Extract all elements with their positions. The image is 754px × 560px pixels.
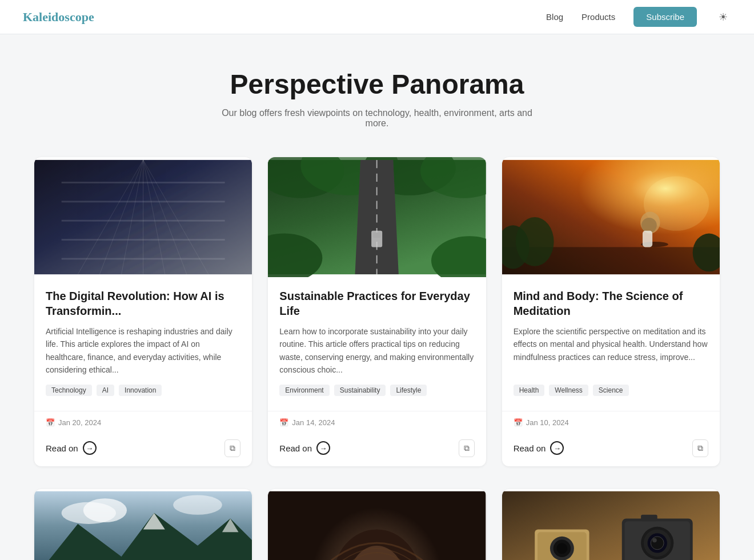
card-3-footer: 📅 Jan 10, 2024 — [502, 411, 720, 434]
svg-rect-33 — [643, 231, 652, 247]
bottom-card-3-image — [502, 489, 720, 560]
read-on-arrow-icon-3: → — [550, 441, 564, 455]
svg-rect-13 — [62, 258, 225, 259]
tag-environment[interactable]: Environment — [279, 385, 329, 396]
svg-rect-10 — [62, 201, 225, 202]
navbar: Kaleidoscope Blog Products Subscribe ☀ — [0, 0, 754, 34]
read-on-button-1[interactable]: Read on → — [46, 441, 97, 455]
card-1-desc: Artificial Intelligence is reshaping ind… — [46, 325, 240, 377]
svg-point-35 — [515, 217, 554, 266]
subscribe-button[interactable]: Subscribe — [633, 7, 697, 27]
svg-point-43 — [83, 498, 127, 522]
card-1: The Digital Revolution: How AI is Transf… — [34, 157, 252, 466]
read-on-button-2[interactable]: Read on → — [279, 441, 330, 455]
site-logo[interactable]: Kaleidoscope — [23, 10, 546, 25]
card-grid-bottom — [17, 489, 737, 560]
read-on-arrow-icon-1: → — [83, 441, 97, 455]
tag-wellness[interactable]: Wellness — [549, 385, 588, 396]
card-3-tags: Health Wellness Science — [514, 385, 708, 396]
card-2-desc: Learn how to incorporate sustainability … — [279, 325, 474, 377]
nav-blog[interactable]: Blog — [546, 12, 563, 22]
card-2-date: 📅 Jan 14, 2024 — [279, 418, 335, 427]
copy-icon-2: ⧉ — [464, 443, 470, 453]
card-3-actions: Read on → ⧉ — [502, 434, 720, 466]
card-2-footer: 📅 Jan 14, 2024 — [268, 411, 486, 434]
hero-section: Perspective Panorama Our blog offers fre… — [0, 34, 754, 151]
card-3-desc: Explore the scientific perspective on me… — [514, 325, 708, 377]
bottom-card-1-image — [34, 489, 252, 560]
copy-button-3[interactable]: ⧉ — [692, 439, 708, 457]
copy-icon-1: ⧉ — [230, 443, 235, 453]
tag-ai[interactable]: AI — [97, 385, 114, 396]
card-1-tags: Technology AI Innovation — [46, 385, 240, 396]
svg-point-62 — [556, 543, 567, 554]
copy-icon-3: ⧉ — [697, 443, 703, 453]
card-3-date: 📅 Jan 10, 2024 — [514, 418, 569, 427]
card-1-body: The Digital Revolution: How AI is Transf… — [34, 277, 252, 411]
hero-title: Perspective Panorama — [11, 69, 743, 100]
tag-health[interactable]: Health — [514, 385, 545, 396]
read-on-button-3[interactable]: Read on → — [514, 441, 564, 455]
svg-point-56 — [652, 538, 657, 542]
svg-point-44 — [173, 495, 222, 514]
card-2-tags: Environment Sustainability Lifestyle — [279, 385, 474, 396]
calendar-icon-2: 📅 — [279, 418, 288, 427]
card-1-actions: Read on → ⧉ — [34, 434, 252, 466]
card-2: Sustainable Practices for Everyday Life … — [268, 157, 486, 466]
svg-rect-57 — [641, 514, 657, 521]
calendar-icon: 📅 — [46, 418, 55, 427]
card-1-date: 📅 Jan 20, 2024 — [46, 418, 101, 427]
svg-rect-12 — [62, 239, 225, 241]
svg-point-55 — [651, 536, 664, 549]
card-2-actions: Read on → ⧉ — [268, 434, 486, 466]
card-3-title: Mind and Body: The Science of Meditation — [514, 289, 708, 318]
hero-subtitle: Our blog offers fresh viewpoints on tech… — [217, 108, 537, 129]
card-1-footer: 📅 Jan 20, 2024 — [34, 411, 252, 434]
svg-rect-11 — [62, 220, 225, 222]
tag-technology[interactable]: Technology — [46, 385, 92, 396]
theme-toggle[interactable]: ☀ — [715, 9, 731, 25]
card-1-image — [34, 157, 252, 277]
tag-science[interactable]: Science — [593, 385, 629, 396]
tag-lifestyle[interactable]: Lifestyle — [390, 385, 427, 396]
card-2-image — [268, 157, 486, 277]
card-2-title: Sustainable Practices for Everyday Life — [279, 289, 474, 318]
tag-sustainability[interactable]: Sustainability — [334, 385, 386, 396]
card-grid: The Digital Revolution: How AI is Transf… — [17, 151, 737, 489]
card-1-title: The Digital Revolution: How AI is Transf… — [46, 289, 240, 318]
bottom-card-2 — [268, 489, 486, 560]
nav-products[interactable]: Products — [581, 12, 615, 22]
svg-rect-8 — [34, 160, 252, 274]
nav-links: Blog Products Subscribe ☀ — [546, 7, 731, 27]
card-3: Mind and Body: The Science of Meditation… — [502, 157, 720, 466]
card-3-body: Mind and Body: The Science of Meditation… — [502, 277, 720, 411]
bottom-card-1 — [34, 489, 252, 560]
tag-innovation[interactable]: Innovation — [119, 385, 162, 396]
copy-button-1[interactable]: ⧉ — [224, 439, 240, 457]
svg-rect-9 — [62, 182, 225, 183]
svg-point-32 — [640, 211, 660, 233]
svg-rect-25 — [373, 233, 380, 238]
read-on-arrow-icon-2: → — [316, 441, 330, 455]
calendar-icon-3: 📅 — [514, 418, 523, 427]
bottom-card-3 — [502, 489, 720, 560]
bottom-card-2-image — [268, 489, 486, 560]
card-3-image — [502, 157, 720, 277]
card-2-body: Sustainable Practices for Everyday Life … — [268, 277, 486, 411]
copy-button-2[interactable]: ⧉ — [459, 439, 475, 457]
